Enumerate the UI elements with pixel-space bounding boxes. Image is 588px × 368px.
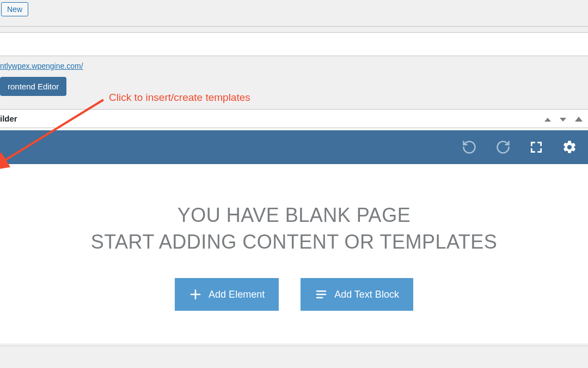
text-icon bbox=[315, 288, 328, 301]
redo-icon[interactable] bbox=[495, 140, 511, 155]
plus-icon bbox=[189, 288, 202, 301]
builder-panel: ilder YOU HAVE BLANK PAGE START ADDING C… bbox=[0, 109, 588, 343]
permalink-link[interactable]: ntlywpex.wpengine.com/ bbox=[0, 62, 83, 70]
add-element-label: Add Element bbox=[209, 289, 265, 300]
blank-line-2: START ADDING CONTENT OR TEMPLATES bbox=[0, 229, 588, 256]
permalink-row: ntlywpex.wpengine.com/ bbox=[0, 56, 588, 74]
blank-line-1: YOU HAVE BLANK PAGE bbox=[0, 202, 588, 229]
blank-message: YOU HAVE BLANK PAGE START ADDING CONTENT… bbox=[0, 202, 588, 255]
frontend-editor-button[interactable]: rontend Editor bbox=[0, 77, 66, 96]
annotation-text: Click to insert/create templates bbox=[109, 92, 250, 104]
add-text-block-label: Add Text Block bbox=[334, 289, 399, 300]
undo-icon[interactable] bbox=[462, 140, 477, 155]
panel-header: ilder bbox=[0, 110, 588, 128]
title-input[interactable] bbox=[0, 32, 588, 56]
add-new-button[interactable]: New bbox=[1, 2, 28, 16]
panel-move-down-icon[interactable] bbox=[560, 114, 566, 123]
panel-toggle-icon[interactable] bbox=[575, 114, 583, 123]
add-element-button[interactable]: Add Element bbox=[175, 278, 279, 311]
panel-title: ilder bbox=[0, 114, 17, 123]
fullscreen-icon[interactable] bbox=[529, 140, 543, 154]
top-bar: New bbox=[0, 0, 588, 26]
builder-toolbar bbox=[0, 130, 588, 164]
add-text-block-button[interactable]: Add Text Block bbox=[301, 278, 413, 311]
divider bbox=[0, 26, 588, 27]
panel-move-up-icon[interactable] bbox=[544, 114, 551, 123]
gear-icon[interactable] bbox=[562, 140, 577, 155]
footer-divider bbox=[0, 346, 588, 346]
builder-canvas: YOU HAVE BLANK PAGE START ADDING CONTENT… bbox=[0, 164, 588, 343]
